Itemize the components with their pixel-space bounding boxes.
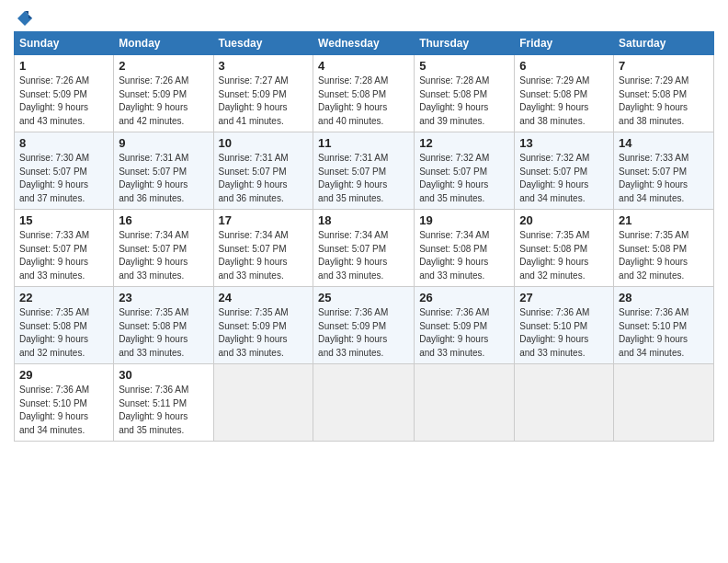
- table-row: 14Sunrise: 7:33 AM Sunset: 5:07 PM Dayli…: [614, 132, 714, 210]
- logo: [14, 9, 34, 24]
- table-row: 28Sunrise: 7:36 AM Sunset: 5:10 PM Dayli…: [614, 287, 714, 364]
- day-number: 27: [519, 291, 609, 304]
- day-info: Sunrise: 7:34 AM Sunset: 5:07 PM Dayligh…: [219, 229, 309, 282]
- day-info: Sunrise: 7:33 AM Sunset: 5:07 PM Dayligh…: [619, 152, 709, 205]
- header-tuesday: Tuesday: [213, 32, 313, 55]
- table-row: 7Sunrise: 7:29 AM Sunset: 5:08 PM Daylig…: [614, 55, 714, 132]
- day-info: Sunrise: 7:36 AM Sunset: 5:10 PM Dayligh…: [619, 306, 709, 360]
- header-friday: Friday: [515, 32, 614, 55]
- day-info: Sunrise: 7:28 AM Sunset: 5:08 PM Dayligh…: [318, 75, 409, 128]
- day-info: Sunrise: 7:34 AM Sunset: 5:07 PM Dayligh…: [119, 229, 208, 282]
- table-row: 20Sunrise: 7:35 AM Sunset: 5:08 PM Dayli…: [515, 210, 614, 287]
- day-info: Sunrise: 7:30 AM Sunset: 5:07 PM Dayligh…: [19, 152, 108, 205]
- day-info: Sunrise: 7:36 AM Sunset: 5:11 PM Dayligh…: [119, 384, 208, 437]
- table-row: 9Sunrise: 7:31 AM Sunset: 5:07 PM Daylig…: [114, 132, 213, 210]
- table-row: 22Sunrise: 7:35 AM Sunset: 5:08 PM Dayli…: [15, 287, 114, 364]
- day-number: 21: [619, 213, 709, 227]
- day-info: Sunrise: 7:31 AM Sunset: 5:07 PM Dayligh…: [119, 152, 208, 205]
- day-number: 6: [519, 59, 609, 73]
- calendar-table: Sunday Monday Tuesday Wednesday Thursday…: [14, 31, 714, 442]
- day-info: Sunrise: 7:26 AM Sunset: 5:09 PM Dayligh…: [19, 75, 108, 128]
- day-info: Sunrise: 7:35 AM Sunset: 5:08 PM Dayligh…: [19, 306, 108, 360]
- day-number: 16: [119, 213, 208, 227]
- day-info: Sunrise: 7:27 AM Sunset: 5:09 PM Dayligh…: [219, 75, 309, 128]
- day-number: 5: [419, 59, 509, 73]
- day-info: Sunrise: 7:35 AM Sunset: 5:09 PM Dayligh…: [219, 306, 309, 360]
- table-row: [614, 364, 714, 442]
- table-row: 23Sunrise: 7:35 AM Sunset: 5:08 PM Dayli…: [114, 287, 213, 364]
- day-number: 3: [219, 59, 309, 73]
- day-info: Sunrise: 7:35 AM Sunset: 5:08 PM Dayligh…: [619, 229, 709, 282]
- table-row: [415, 364, 515, 442]
- table-row: 21Sunrise: 7:35 AM Sunset: 5:08 PM Dayli…: [614, 210, 714, 287]
- table-row: 13Sunrise: 7:32 AM Sunset: 5:07 PM Dayli…: [515, 132, 614, 210]
- table-row: 11Sunrise: 7:31 AM Sunset: 5:07 PM Dayli…: [313, 132, 415, 210]
- table-row: 19Sunrise: 7:34 AM Sunset: 5:08 PM Dayli…: [415, 210, 515, 287]
- table-row: 24Sunrise: 7:35 AM Sunset: 5:09 PM Dayli…: [213, 287, 313, 364]
- day-number: 14: [619, 136, 709, 150]
- day-number: 8: [19, 136, 108, 150]
- table-row: [515, 364, 614, 442]
- day-number: 1: [19, 59, 108, 73]
- day-info: Sunrise: 7:29 AM Sunset: 5:08 PM Dayligh…: [619, 75, 709, 128]
- day-info: Sunrise: 7:31 AM Sunset: 5:07 PM Dayligh…: [219, 152, 309, 205]
- table-row: 26Sunrise: 7:36 AM Sunset: 5:09 PM Dayli…: [415, 287, 515, 364]
- table-row: 25Sunrise: 7:36 AM Sunset: 5:09 PM Dayli…: [313, 287, 415, 364]
- day-number: 18: [318, 213, 409, 227]
- table-row: 2Sunrise: 7:26 AM Sunset: 5:09 PM Daylig…: [114, 55, 213, 132]
- day-number: 20: [519, 213, 609, 227]
- day-number: 17: [219, 213, 309, 227]
- day-number: 15: [19, 213, 108, 227]
- day-number: 26: [419, 291, 509, 304]
- logo-icon: [16, 9, 34, 28]
- day-number: 13: [519, 136, 609, 150]
- table-row: [213, 364, 313, 442]
- day-number: 28: [619, 291, 709, 304]
- day-info: Sunrise: 7:34 AM Sunset: 5:08 PM Dayligh…: [419, 229, 509, 282]
- table-row: 4Sunrise: 7:28 AM Sunset: 5:08 PM Daylig…: [313, 55, 415, 132]
- header-saturday: Saturday: [614, 32, 714, 55]
- day-info: Sunrise: 7:28 AM Sunset: 5:08 PM Dayligh…: [419, 75, 509, 128]
- day-number: 4: [318, 59, 409, 73]
- day-number: 12: [419, 136, 509, 150]
- header-monday: Monday: [114, 32, 213, 55]
- day-number: 9: [119, 136, 208, 150]
- day-info: Sunrise: 7:35 AM Sunset: 5:08 PM Dayligh…: [519, 229, 609, 282]
- day-info: Sunrise: 7:36 AM Sunset: 5:10 PM Dayligh…: [519, 306, 609, 360]
- day-info: Sunrise: 7:35 AM Sunset: 5:08 PM Dayligh…: [119, 306, 208, 360]
- table-row: 8Sunrise: 7:30 AM Sunset: 5:07 PM Daylig…: [15, 132, 114, 210]
- day-number: 10: [219, 136, 309, 150]
- table-row: 6Sunrise: 7:29 AM Sunset: 5:08 PM Daylig…: [515, 55, 614, 132]
- day-info: Sunrise: 7:36 AM Sunset: 5:09 PM Dayligh…: [419, 306, 509, 360]
- day-info: Sunrise: 7:29 AM Sunset: 5:08 PM Dayligh…: [519, 75, 609, 128]
- day-number: 29: [19, 368, 108, 382]
- table-row: 12Sunrise: 7:32 AM Sunset: 5:07 PM Dayli…: [415, 132, 515, 210]
- day-info: Sunrise: 7:33 AM Sunset: 5:07 PM Dayligh…: [19, 229, 108, 282]
- day-info: Sunrise: 7:36 AM Sunset: 5:10 PM Dayligh…: [19, 384, 108, 437]
- day-number: 22: [19, 291, 108, 304]
- table-row: 27Sunrise: 7:36 AM Sunset: 5:10 PM Dayli…: [515, 287, 614, 364]
- header-sunday: Sunday: [15, 32, 114, 55]
- day-info: Sunrise: 7:34 AM Sunset: 5:07 PM Dayligh…: [318, 229, 409, 282]
- table-row: 10Sunrise: 7:31 AM Sunset: 5:07 PM Dayli…: [213, 132, 313, 210]
- table-row: 16Sunrise: 7:34 AM Sunset: 5:07 PM Dayli…: [114, 210, 213, 287]
- day-info: Sunrise: 7:31 AM Sunset: 5:07 PM Dayligh…: [318, 152, 409, 205]
- day-number: 2: [119, 59, 208, 73]
- table-row: 17Sunrise: 7:34 AM Sunset: 5:07 PM Dayli…: [213, 210, 313, 287]
- day-number: 23: [119, 291, 208, 304]
- day-number: 25: [318, 291, 409, 304]
- table-row: 18Sunrise: 7:34 AM Sunset: 5:07 PM Dayli…: [313, 210, 415, 287]
- table-row: 30Sunrise: 7:36 AM Sunset: 5:11 PM Dayli…: [114, 364, 213, 442]
- day-info: Sunrise: 7:36 AM Sunset: 5:09 PM Dayligh…: [318, 306, 409, 360]
- table-row: 5Sunrise: 7:28 AM Sunset: 5:08 PM Daylig…: [415, 55, 515, 132]
- calendar-header-row: Sunday Monday Tuesday Wednesday Thursday…: [15, 32, 714, 55]
- day-number: 19: [419, 213, 509, 227]
- table-row: 1Sunrise: 7:26 AM Sunset: 5:09 PM Daylig…: [15, 55, 114, 132]
- day-info: Sunrise: 7:32 AM Sunset: 5:07 PM Dayligh…: [419, 152, 509, 205]
- day-info: Sunrise: 7:32 AM Sunset: 5:07 PM Dayligh…: [519, 152, 609, 205]
- day-info: Sunrise: 7:26 AM Sunset: 5:09 PM Dayligh…: [119, 75, 208, 128]
- day-number: 30: [119, 368, 208, 382]
- day-number: 7: [619, 59, 709, 73]
- table-row: 3Sunrise: 7:27 AM Sunset: 5:09 PM Daylig…: [213, 55, 313, 132]
- day-number: 11: [318, 136, 409, 150]
